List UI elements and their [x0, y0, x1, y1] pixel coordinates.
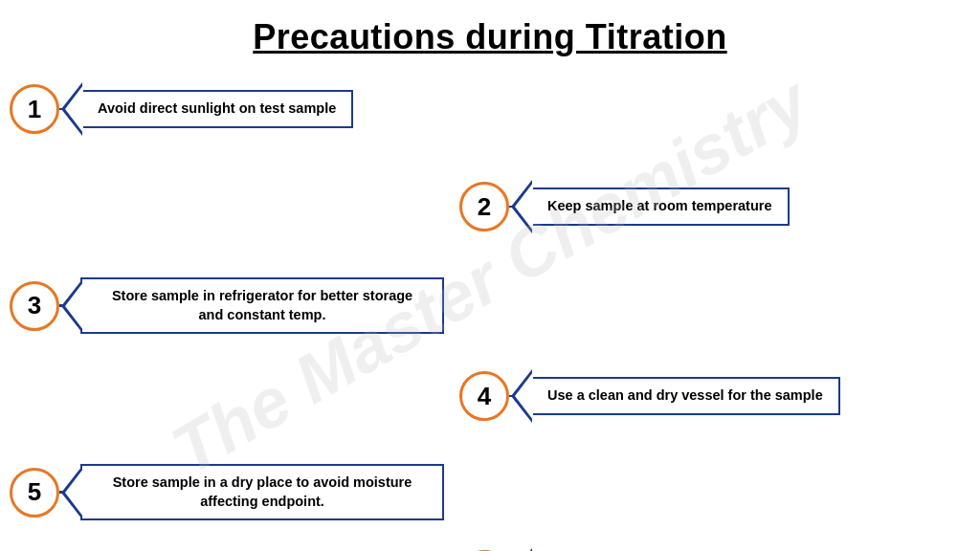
number-circle-5: 5: [10, 468, 59, 518]
label-5: Store sample in a dry place to avoid moi…: [80, 464, 444, 520]
label-1: Avoid direct sunlight on test sample: [80, 90, 353, 128]
page-title: Precautions during Titration: [0, 0, 980, 67]
content-area: 1 Avoid direct sunlight on test sample 2…: [0, 67, 980, 541]
precaution-row-4: 4 Use a clean and dry vessel for the sam…: [459, 371, 980, 421]
label-3: Store sample in refrigerator for better …: [80, 277, 444, 334]
label-2: Keep sample at room temperature: [530, 187, 790, 226]
label-4: Use a clean and dry vessel for the sampl…: [530, 377, 840, 415]
number-circle-1: 1: [10, 84, 59, 134]
precaution-row-5: 5 Store sample in a dry place to avoid m…: [10, 464, 951, 520]
number-circle-4: 4: [459, 371, 509, 421]
precaution-row-3: 3 Store sample in refrigerator for bette…: [10, 277, 951, 334]
number-circle-2: 2: [459, 182, 509, 231]
precaution-row-2: 2 Keep sample at room temperature: [459, 182, 980, 231]
precaution-row-1: 1 Avoid direct sunlight on test sample: [10, 84, 951, 134]
number-circle-3: 3: [10, 281, 59, 331]
